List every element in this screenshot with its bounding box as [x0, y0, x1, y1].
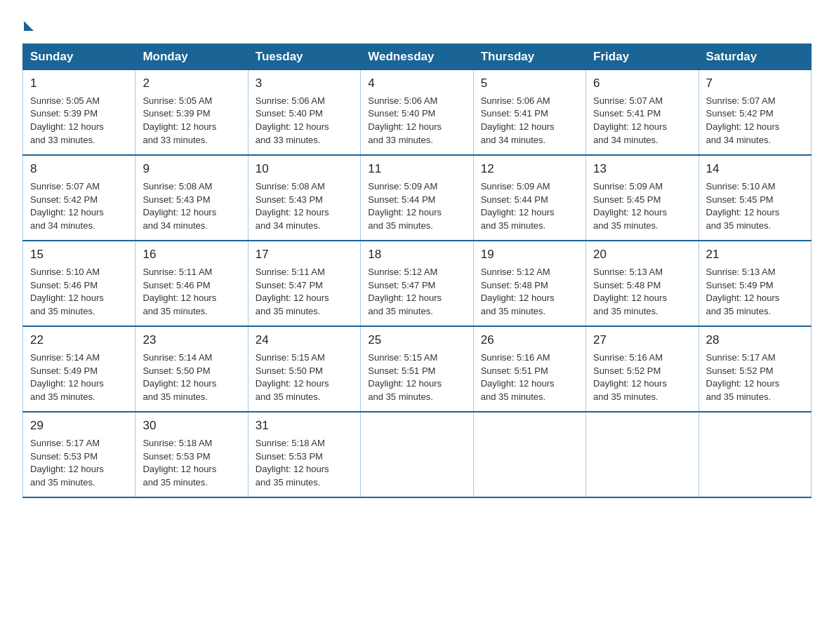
day-number: 13: [593, 161, 691, 178]
day-cell-4: 4Sunrise: 5:06 AMSunset: 5:40 PMDaylight…: [361, 70, 473, 156]
day-number: 20: [593, 246, 691, 264]
day-number: 15: [30, 246, 128, 264]
day-detail: Sunrise: 5:16 AMSunset: 5:51 PMDaylight:…: [481, 351, 578, 404]
day-detail: Sunrise: 5:07 AMSunset: 5:41 PMDaylight:…: [593, 95, 691, 147]
day-cell-28: 28Sunrise: 5:17 AMSunset: 5:52 PMDayligh…: [699, 326, 811, 412]
day-detail: Sunrise: 5:06 AMSunset: 5:41 PMDaylight:…: [481, 95, 578, 147]
day-cell-16: 16Sunrise: 5:11 AMSunset: 5:46 PMDayligh…: [135, 241, 248, 326]
day-number: 8: [30, 161, 128, 178]
day-cell-29: 29Sunrise: 5:17 AMSunset: 5:53 PMDayligh…: [23, 412, 135, 497]
day-number: 27: [593, 332, 691, 349]
day-detail: Sunrise: 5:13 AMSunset: 5:49 PMDaylight:…: [706, 266, 804, 318]
day-cell-9: 9Sunrise: 5:08 AMSunset: 5:43 PMDaylight…: [135, 155, 248, 241]
day-cell-8: 8Sunrise: 5:07 AMSunset: 5:42 PMDaylight…: [23, 155, 135, 241]
day-detail: Sunrise: 5:14 AMSunset: 5:49 PMDaylight:…: [30, 351, 128, 404]
day-number: 7: [706, 75, 804, 93]
day-cell-26: 26Sunrise: 5:16 AMSunset: 5:51 PMDayligh…: [473, 326, 585, 412]
day-cell-14: 14Sunrise: 5:10 AMSunset: 5:45 PMDayligh…: [699, 155, 811, 241]
day-detail: Sunrise: 5:12 AMSunset: 5:48 PMDaylight:…: [481, 266, 578, 318]
day-detail: Sunrise: 5:06 AMSunset: 5:40 PMDaylight:…: [368, 95, 465, 147]
day-number: 11: [368, 161, 465, 178]
calendar-week-1: 1Sunrise: 5:05 AMSunset: 5:39 PMDaylight…: [23, 70, 812, 156]
day-number: 6: [593, 75, 691, 93]
day-detail: Sunrise: 5:12 AMSunset: 5:47 PMDaylight:…: [368, 266, 465, 318]
day-number: 16: [143, 246, 240, 264]
logo: [22, 17, 34, 31]
day-number: 31: [256, 417, 353, 435]
empty-cell: [586, 412, 699, 497]
day-cell-30: 30Sunrise: 5:18 AMSunset: 5:53 PMDayligh…: [135, 412, 248, 497]
day-number: 2: [143, 75, 240, 93]
day-detail: Sunrise: 5:18 AMSunset: 5:53 PMDaylight:…: [256, 437, 353, 490]
day-detail: Sunrise: 5:10 AMSunset: 5:46 PMDaylight:…: [30, 266, 128, 318]
day-cell-23: 23Sunrise: 5:14 AMSunset: 5:50 PMDayligh…: [135, 326, 248, 412]
day-number: 24: [256, 332, 353, 349]
day-cell-7: 7Sunrise: 5:07 AMSunset: 5:42 PMDaylight…: [699, 70, 811, 156]
day-number: 21: [706, 246, 804, 264]
day-number: 4: [368, 75, 465, 93]
day-number: 18: [368, 246, 465, 264]
day-number: 22: [30, 332, 128, 349]
day-detail: Sunrise: 5:13 AMSunset: 5:48 PMDaylight:…: [593, 266, 691, 318]
day-detail: Sunrise: 5:05 AMSunset: 5:39 PMDaylight:…: [30, 95, 128, 147]
logo-arrow-icon: [24, 21, 34, 31]
day-number: 3: [256, 75, 353, 93]
col-header-tuesday: Tuesday: [248, 44, 360, 70]
col-header-friday: Friday: [586, 44, 699, 70]
day-detail: Sunrise: 5:08 AMSunset: 5:43 PMDaylight:…: [256, 180, 353, 233]
day-cell-27: 27Sunrise: 5:16 AMSunset: 5:52 PMDayligh…: [586, 326, 699, 412]
day-cell-17: 17Sunrise: 5:11 AMSunset: 5:47 PMDayligh…: [248, 241, 360, 326]
day-cell-1: 1Sunrise: 5:05 AMSunset: 5:39 PMDaylight…: [23, 70, 135, 156]
day-number: 30: [143, 417, 240, 435]
empty-cell: [699, 412, 811, 497]
empty-cell: [473, 412, 585, 497]
day-detail: Sunrise: 5:05 AMSunset: 5:39 PMDaylight:…: [143, 95, 240, 147]
day-cell-21: 21Sunrise: 5:13 AMSunset: 5:49 PMDayligh…: [699, 241, 811, 326]
day-cell-31: 31Sunrise: 5:18 AMSunset: 5:53 PMDayligh…: [248, 412, 360, 497]
day-number: 10: [256, 161, 353, 178]
day-number: 1: [30, 75, 128, 93]
page-header: [22, 17, 812, 31]
empty-cell: [361, 412, 473, 497]
day-detail: Sunrise: 5:18 AMSunset: 5:53 PMDaylight:…: [143, 437, 240, 490]
calendar-week-4: 22Sunrise: 5:14 AMSunset: 5:49 PMDayligh…: [23, 326, 812, 412]
day-number: 9: [143, 161, 240, 178]
day-number: 28: [706, 332, 804, 349]
day-cell-15: 15Sunrise: 5:10 AMSunset: 5:46 PMDayligh…: [23, 241, 135, 326]
day-cell-3: 3Sunrise: 5:06 AMSunset: 5:40 PMDaylight…: [248, 70, 360, 156]
day-cell-24: 24Sunrise: 5:15 AMSunset: 5:50 PMDayligh…: [248, 326, 360, 412]
day-number: 17: [256, 246, 353, 264]
day-detail: Sunrise: 5:15 AMSunset: 5:50 PMDaylight:…: [256, 351, 353, 404]
col-header-wednesday: Wednesday: [361, 44, 473, 70]
day-detail: Sunrise: 5:11 AMSunset: 5:46 PMDaylight:…: [143, 266, 240, 318]
day-detail: Sunrise: 5:15 AMSunset: 5:51 PMDaylight:…: [368, 351, 465, 404]
day-cell-19: 19Sunrise: 5:12 AMSunset: 5:48 PMDayligh…: [473, 241, 585, 326]
day-cell-22: 22Sunrise: 5:14 AMSunset: 5:49 PMDayligh…: [23, 326, 135, 412]
day-cell-13: 13Sunrise: 5:09 AMSunset: 5:45 PMDayligh…: [586, 155, 699, 241]
day-cell-2: 2Sunrise: 5:05 AMSunset: 5:39 PMDaylight…: [135, 70, 248, 156]
calendar-week-5: 29Sunrise: 5:17 AMSunset: 5:53 PMDayligh…: [23, 412, 812, 497]
day-detail: Sunrise: 5:16 AMSunset: 5:52 PMDaylight:…: [593, 351, 691, 404]
day-detail: Sunrise: 5:08 AMSunset: 5:43 PMDaylight:…: [143, 180, 240, 233]
day-number: 12: [481, 161, 578, 178]
day-number: 5: [481, 75, 578, 93]
day-detail: Sunrise: 5:11 AMSunset: 5:47 PMDaylight:…: [256, 266, 353, 318]
day-detail: Sunrise: 5:06 AMSunset: 5:40 PMDaylight:…: [256, 95, 353, 147]
col-header-thursday: Thursday: [473, 44, 585, 70]
day-number: 19: [481, 246, 578, 264]
day-detail: Sunrise: 5:09 AMSunset: 5:45 PMDaylight:…: [593, 180, 691, 233]
day-cell-5: 5Sunrise: 5:06 AMSunset: 5:41 PMDaylight…: [473, 70, 585, 156]
day-detail: Sunrise: 5:07 AMSunset: 5:42 PMDaylight:…: [30, 180, 128, 233]
calendar-week-3: 15Sunrise: 5:10 AMSunset: 5:46 PMDayligh…: [23, 241, 812, 326]
day-detail: Sunrise: 5:17 AMSunset: 5:52 PMDaylight:…: [706, 351, 804, 404]
col-header-sunday: Sunday: [23, 44, 135, 70]
day-number: 26: [481, 332, 578, 349]
day-number: 29: [30, 417, 128, 435]
day-detail: Sunrise: 5:09 AMSunset: 5:44 PMDaylight:…: [481, 180, 578, 233]
day-number: 14: [706, 161, 804, 178]
day-detail: Sunrise: 5:10 AMSunset: 5:45 PMDaylight:…: [706, 180, 804, 233]
day-detail: Sunrise: 5:14 AMSunset: 5:50 PMDaylight:…: [143, 351, 240, 404]
logo-text: [22, 17, 34, 31]
day-cell-18: 18Sunrise: 5:12 AMSunset: 5:47 PMDayligh…: [361, 241, 473, 326]
day-detail: Sunrise: 5:17 AMSunset: 5:53 PMDaylight:…: [30, 437, 128, 490]
